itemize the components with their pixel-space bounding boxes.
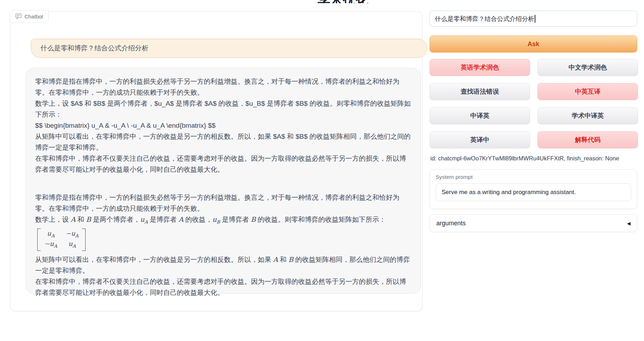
math-var: u: [140, 215, 144, 223]
matrix-cell: −uA: [66, 229, 78, 240]
quick-button-explain-code[interactable]: 解释代码: [537, 131, 638, 148]
bot-rendered-paragraph-1: 零和博弈是指在博弈中，一方的利益损失必然等于另一方的利益增益。换言之，对于每一种…: [35, 192, 411, 214]
system-prompt-label: System prompt: [436, 174, 631, 180]
system-prompt-input[interactable]: Serve me as a writing and programming as…: [436, 183, 631, 201]
matrix-cell: uA: [44, 229, 57, 240]
speech-bubble-icon: [15, 13, 22, 19]
quick-button-chinese-academic-polish[interactable]: 中文学术润色: [537, 59, 638, 76]
quick-action-grid: 英语学术润色 中文学术润色 查找语法错误 中英互译 中译英 学术中译英 英译中 …: [430, 59, 638, 148]
bot-message-bubble: 零和博弈是指在博弈中，一方的利益损失必然等于另一方的利益增益。换言之，对于每一种…: [26, 68, 421, 294]
system-prompt-group: System prompt Serve me as a writing and …: [430, 169, 637, 209]
math-var: B: [289, 255, 294, 263]
response-status-line: id: chatcmpl-6wOo7KrYTwMl89lbrMWRu4UkFFX…: [430, 155, 619, 162]
question-input[interactable]: 什么是零和博弈？结合公式介绍分析: [430, 11, 637, 27]
bot-raw-formula: $$ \begin{bmatrix} u_A & -u_A \ -u_A & u…: [35, 120, 411, 131]
page-title: 学术优化: [300, 0, 386, 3]
bot-rendered-paragraph-4: 在零和博弈中，博弈者不仅要关注自己的收益，还需要考虑对手的收益。因为一方取得的收…: [35, 276, 411, 298]
chatbot-label-text: Chatbot: [24, 13, 43, 20]
text-caret: [535, 15, 535, 23]
bot-rendered-paragraph-3: 从矩阵中可以看出，在零和博弈中，一方的收益是另一方的相反数。所以，如果 A 和 …: [35, 254, 411, 276]
matrix-cell: uA: [66, 240, 78, 250]
ask-button[interactable]: Ask: [430, 35, 637, 53]
question-input-value: 什么是零和博弈？结合公式介绍分析: [435, 15, 534, 23]
system-prompt-value: Serve me as a writing and programming as…: [442, 189, 576, 196]
matrix-left-bracket: [37, 229, 41, 251]
math-subscript: B: [217, 219, 220, 225]
quick-button-english-academic-polish[interactable]: 英语学术润色: [430, 59, 530, 76]
user-message-text: 什么是零和博弈？结合公式介绍分析: [40, 44, 148, 53]
quick-button-zh-en-mutual-translate[interactable]: 中英互译: [537, 83, 638, 100]
matrix-right-bracket: [82, 229, 86, 251]
quick-button-academic-zh-to-en[interactable]: 学术中译英: [537, 107, 638, 124]
bot-raw-block: 零和博弈是指在博弈中，一方的利益损失必然等于另一方的利益增益。换言之，对于每一种…: [35, 76, 411, 175]
block-gap: [35, 175, 411, 192]
math-var: A: [179, 215, 184, 223]
quick-button-find-grammar-errors[interactable]: 查找语法错误: [430, 83, 530, 100]
bot-raw-paragraph-1: 零和博弈是指在博弈中，一方的利益损失必然等于另一方的利益增益。换言之，对于每一种…: [35, 76, 411, 98]
math-var: B: [86, 215, 91, 223]
matrix-cell: −uA: [44, 240, 57, 250]
bot-rendered-paragraph-2: 数学上，设 A 和 B 是两个博弈者，uA 是博弈者 A 的收益，uB 是博弈者…: [35, 214, 411, 227]
payoff-matrix: uA −uA −uA uA: [37, 229, 86, 251]
bot-raw-paragraph-4: 在零和博弈中，博弈者不仅要关注自己的收益，还需要考虑对手的收益。因为一方取得的收…: [35, 153, 411, 175]
math-var: A: [273, 255, 278, 263]
arguments-accordion[interactable]: arguments ◀: [430, 214, 637, 232]
bot-raw-paragraph-2: 数学上，设 $A$ 和 $B$ 是两个博弈者，$u_A$ 是博弈者 $A$ 的收…: [35, 98, 411, 120]
bot-raw-paragraph-3: 从矩阵中可以看出，在零和博弈中，一方的收益是另一方的相反数。所以，如果 $A$ …: [35, 131, 411, 153]
math-var: u: [212, 215, 217, 223]
user-message-bubble: 什么是零和博弈？结合公式介绍分析: [31, 39, 427, 58]
quick-button-en-to-zh[interactable]: 英译中: [430, 131, 530, 148]
chatbot-panel: 什么是零和博弈？结合公式介绍分析 零和博弈是指在博弈中，一方的利益损失必然等于另…: [10, 11, 422, 311]
math-var: B: [251, 215, 256, 223]
math-var: A: [71, 215, 76, 223]
arguments-accordion-label: arguments: [436, 220, 466, 227]
chatbot-label: Chatbot: [10, 10, 49, 23]
collapse-arrow-icon: ◀: [627, 221, 631, 226]
bot-rendered-block: 零和博弈是指在博弈中，一方的利益损失必然等于另一方的利益增益。换言之，对于每一种…: [35, 192, 411, 298]
quick-button-zh-to-en[interactable]: 中译英: [430, 107, 530, 124]
